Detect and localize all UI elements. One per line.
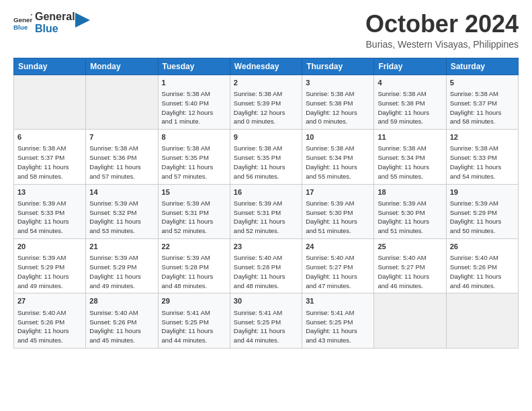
day-number: 28 xyxy=(89,296,154,306)
svg-text:Blue: Blue xyxy=(13,23,28,30)
day-number: 17 xyxy=(306,187,370,197)
day-number: 14 xyxy=(89,187,154,197)
day-info: Sunrise: 5:40 AM Sunset: 5:26 PM Dayligh… xyxy=(450,253,515,290)
calendar-cell: 24Sunrise: 5:40 AM Sunset: 5:27 PM Dayli… xyxy=(302,238,374,293)
day-info: Sunrise: 5:38 AM Sunset: 5:36 PM Dayligh… xyxy=(89,144,154,181)
calendar-cell: 23Sunrise: 5:40 AM Sunset: 5:28 PM Dayli… xyxy=(230,238,302,293)
page-header: General Blue General Blue October 2024 B… xyxy=(13,11,519,50)
day-info: Sunrise: 5:38 AM Sunset: 5:39 PM Dayligh… xyxy=(234,89,298,126)
calendar-cell: 4Sunrise: 5:38 AM Sunset: 5:38 PM Daylig… xyxy=(374,75,446,129)
day-info: Sunrise: 5:40 AM Sunset: 5:26 PM Dayligh… xyxy=(17,308,82,345)
calendar-cell: 20Sunrise: 5:39 AM Sunset: 5:29 PM Dayli… xyxy=(14,238,86,293)
day-number: 20 xyxy=(17,242,82,252)
day-info: Sunrise: 5:40 AM Sunset: 5:28 PM Dayligh… xyxy=(234,253,298,290)
header-saturday: Saturday xyxy=(446,58,518,75)
calendar-cell: 11Sunrise: 5:38 AM Sunset: 5:34 PM Dayli… xyxy=(374,130,446,184)
day-info: Sunrise: 5:39 AM Sunset: 5:29 PM Dayligh… xyxy=(89,253,154,290)
calendar-cell: 5Sunrise: 5:38 AM Sunset: 5:37 PM Daylig… xyxy=(446,75,518,129)
day-number: 12 xyxy=(450,132,515,142)
title-block: October 2024 Burias, Western Visayas, Ph… xyxy=(365,11,519,50)
day-number: 6 xyxy=(17,132,82,142)
day-number: 7 xyxy=(89,132,154,142)
day-info: Sunrise: 5:40 AM Sunset: 5:27 PM Dayligh… xyxy=(378,253,442,290)
calendar-week-4: 20Sunrise: 5:39 AM Sunset: 5:29 PM Dayli… xyxy=(14,238,519,293)
day-info: Sunrise: 5:39 AM Sunset: 5:29 PM Dayligh… xyxy=(17,253,82,290)
day-info: Sunrise: 5:38 AM Sunset: 5:37 PM Dayligh… xyxy=(450,89,515,126)
day-info: Sunrise: 5:40 AM Sunset: 5:27 PM Dayligh… xyxy=(306,253,370,290)
calendar-cell: 16Sunrise: 5:39 AM Sunset: 5:31 PM Dayli… xyxy=(230,184,302,238)
day-number: 19 xyxy=(450,187,515,197)
calendar-cell: 9Sunrise: 5:38 AM Sunset: 5:35 PM Daylig… xyxy=(230,130,302,184)
calendar-cell: 17Sunrise: 5:39 AM Sunset: 5:30 PM Dayli… xyxy=(302,184,374,238)
calendar-week-3: 13Sunrise: 5:39 AM Sunset: 5:33 PM Dayli… xyxy=(14,184,519,238)
day-info: Sunrise: 5:38 AM Sunset: 5:38 PM Dayligh… xyxy=(378,89,442,126)
svg-marker-2 xyxy=(30,13,32,15)
calendar-week-2: 6Sunrise: 5:38 AM Sunset: 5:37 PM Daylig… xyxy=(14,130,519,184)
day-number: 25 xyxy=(378,242,442,252)
logo-blue: Blue xyxy=(35,23,75,35)
calendar-cell: 18Sunrise: 5:39 AM Sunset: 5:30 PM Dayli… xyxy=(374,184,446,238)
header-sunday: Sunday xyxy=(14,58,86,75)
day-info: Sunrise: 5:41 AM Sunset: 5:25 PM Dayligh… xyxy=(306,308,370,345)
header-wednesday: Wednesday xyxy=(230,58,302,75)
header-friday: Friday xyxy=(374,58,446,75)
day-number: 30 xyxy=(234,296,298,306)
calendar-cell: 22Sunrise: 5:39 AM Sunset: 5:28 PM Dayli… xyxy=(158,238,230,293)
day-info: Sunrise: 5:38 AM Sunset: 5:37 PM Dayligh… xyxy=(17,144,82,181)
day-info: Sunrise: 5:38 AM Sunset: 5:33 PM Dayligh… xyxy=(450,144,515,181)
calendar-cell: 2Sunrise: 5:38 AM Sunset: 5:39 PM Daylig… xyxy=(230,75,302,129)
day-number: 18 xyxy=(378,187,442,197)
day-info: Sunrise: 5:39 AM Sunset: 5:29 PM Dayligh… xyxy=(450,199,515,236)
day-info: Sunrise: 5:39 AM Sunset: 5:30 PM Dayligh… xyxy=(378,199,442,236)
day-info: Sunrise: 5:40 AM Sunset: 5:26 PM Dayligh… xyxy=(89,308,154,345)
day-number: 15 xyxy=(162,187,226,197)
day-info: Sunrise: 5:39 AM Sunset: 5:31 PM Dayligh… xyxy=(234,199,298,236)
day-number: 8 xyxy=(162,132,226,142)
calendar-table: SundayMondayTuesdayWednesdayThursdayFrid… xyxy=(13,58,519,349)
location-subtitle: Burias, Western Visayas, Philippines xyxy=(365,39,519,50)
day-info: Sunrise: 5:38 AM Sunset: 5:34 PM Dayligh… xyxy=(378,144,442,181)
calendar-week-5: 27Sunrise: 5:40 AM Sunset: 5:26 PM Dayli… xyxy=(14,293,519,348)
day-number: 9 xyxy=(234,132,298,142)
logo-arrow-icon xyxy=(75,13,90,28)
day-number: 29 xyxy=(162,296,226,306)
day-info: Sunrise: 5:38 AM Sunset: 5:35 PM Dayligh… xyxy=(162,144,226,181)
calendar-cell: 7Sunrise: 5:38 AM Sunset: 5:36 PM Daylig… xyxy=(86,130,158,184)
day-number: 26 xyxy=(450,242,515,252)
logo: General Blue General Blue xyxy=(13,11,90,34)
calendar-cell: 13Sunrise: 5:39 AM Sunset: 5:33 PM Dayli… xyxy=(14,184,86,238)
month-title: October 2024 xyxy=(365,11,519,38)
calendar-cell: 19Sunrise: 5:39 AM Sunset: 5:29 PM Dayli… xyxy=(446,184,518,238)
header-row: SundayMondayTuesdayWednesdayThursdayFrid… xyxy=(14,58,519,75)
day-info: Sunrise: 5:39 AM Sunset: 5:28 PM Dayligh… xyxy=(162,253,226,290)
day-info: Sunrise: 5:38 AM Sunset: 5:38 PM Dayligh… xyxy=(306,89,370,126)
day-info: Sunrise: 5:39 AM Sunset: 5:33 PM Dayligh… xyxy=(17,199,82,236)
day-info: Sunrise: 5:39 AM Sunset: 5:30 PM Dayligh… xyxy=(306,199,370,236)
svg-marker-3 xyxy=(75,13,90,28)
calendar-cell: 15Sunrise: 5:39 AM Sunset: 5:31 PM Dayli… xyxy=(158,184,230,238)
calendar-cell: 28Sunrise: 5:40 AM Sunset: 5:26 PM Dayli… xyxy=(86,293,158,348)
day-number: 4 xyxy=(378,78,442,88)
calendar-week-1: 1Sunrise: 5:38 AM Sunset: 5:40 PM Daylig… xyxy=(14,75,519,129)
day-info: Sunrise: 5:38 AM Sunset: 5:40 PM Dayligh… xyxy=(162,89,226,126)
calendar-cell: 8Sunrise: 5:38 AM Sunset: 5:35 PM Daylig… xyxy=(158,130,230,184)
day-info: Sunrise: 5:39 AM Sunset: 5:31 PM Dayligh… xyxy=(162,199,226,236)
calendar-cell: 21Sunrise: 5:39 AM Sunset: 5:29 PM Dayli… xyxy=(86,238,158,293)
header-tuesday: Tuesday xyxy=(158,58,230,75)
calendar-cell: 1Sunrise: 5:38 AM Sunset: 5:40 PM Daylig… xyxy=(158,75,230,129)
day-number: 27 xyxy=(17,296,82,306)
calendar-cell: 10Sunrise: 5:38 AM Sunset: 5:34 PM Dayli… xyxy=(302,130,374,184)
calendar-cell: 30Sunrise: 5:41 AM Sunset: 5:25 PM Dayli… xyxy=(230,293,302,348)
day-number: 10 xyxy=(306,132,370,142)
calendar-cell: 6Sunrise: 5:38 AM Sunset: 5:37 PM Daylig… xyxy=(14,130,86,184)
day-info: Sunrise: 5:41 AM Sunset: 5:25 PM Dayligh… xyxy=(234,308,298,345)
day-number: 2 xyxy=(234,78,298,88)
day-number: 5 xyxy=(450,78,515,88)
calendar-cell: 31Sunrise: 5:41 AM Sunset: 5:25 PM Dayli… xyxy=(302,293,374,348)
day-number: 1 xyxy=(162,78,226,88)
day-info: Sunrise: 5:38 AM Sunset: 5:34 PM Dayligh… xyxy=(306,144,370,181)
day-number: 24 xyxy=(306,242,370,252)
header-thursday: Thursday xyxy=(302,58,374,75)
day-number: 13 xyxy=(17,187,82,197)
calendar-cell: 26Sunrise: 5:40 AM Sunset: 5:26 PM Dayli… xyxy=(446,238,518,293)
